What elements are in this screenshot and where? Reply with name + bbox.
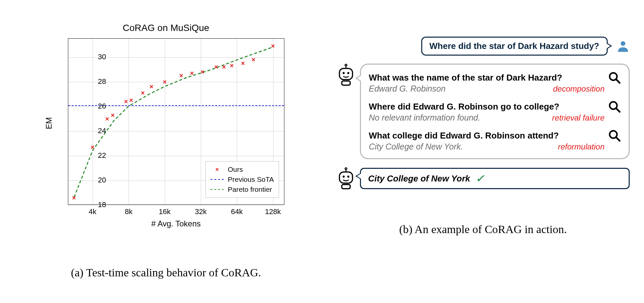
step-tag: decomposition: [553, 84, 621, 94]
svg-rect-3: [339, 68, 352, 80]
y-tick: 24: [78, 127, 110, 135]
data-point: ×: [251, 56, 255, 63]
reasoning-step: What was the name of the star of Dark Ha…: [369, 71, 621, 94]
robot-icon: [337, 64, 355, 86]
svg-rect-18: [342, 184, 350, 189]
svg-point-17: [347, 175, 349, 177]
svg-line-12: [616, 137, 619, 141]
data-point: ×: [129, 97, 133, 104]
svg-point-4: [342, 72, 344, 74]
data-point: ×: [241, 60, 245, 67]
chart-container: CoRAG on MuSiQue EM ×××××××××××××××××× ×…: [36, 27, 296, 233]
svg-point-0: [621, 41, 625, 46]
reasoning-row: What was the name of the star of Dark Ha…: [337, 64, 630, 159]
y-axis-label: EM: [44, 117, 54, 129]
step-answer: City College of New York.: [369, 142, 463, 152]
answer-row: City College of New York ✓: [337, 167, 630, 190]
y-tick: 22: [78, 151, 110, 160]
data-point: ×: [222, 64, 226, 71]
data-point: ×: [179, 73, 183, 79]
robot-icon: [337, 167, 355, 190]
step-tag: reformulation: [558, 142, 620, 152]
svg-line-8: [616, 79, 619, 83]
legend: ×Ours Previous SoTA Pareto frontier: [205, 161, 279, 198]
caption-b: (b) An example of CoRAG in action.: [399, 223, 567, 236]
data-point: ×: [124, 98, 128, 105]
data-point: ×: [200, 69, 204, 75]
data-point: ×: [214, 64, 218, 71]
data-point: ×: [150, 84, 154, 90]
y-tick: 18: [78, 200, 110, 209]
y-tick: 30: [78, 53, 110, 61]
answer-bubble: City College of New York ✓: [360, 168, 630, 189]
check-icon: ✓: [476, 172, 484, 185]
user-icon: [616, 40, 630, 53]
step-question: Where did Edward G. Robinson go to colle…: [369, 100, 621, 113]
svg-rect-6: [342, 81, 350, 85]
example-container: Where did the star of Dark Hazard study?…: [337, 37, 630, 190]
x-tick: 16k: [159, 207, 170, 216]
x-tick: 8k: [125, 207, 133, 216]
x-tick: 32k: [195, 207, 206, 216]
search-icon: [608, 100, 621, 113]
reasoning-step: Where did Edward G. Robinson go to colle…: [369, 100, 621, 123]
data-point: ×: [111, 112, 115, 119]
data-point: ×: [141, 90, 145, 96]
user-question-bubble: Where did the star of Dark Hazard study?: [421, 37, 608, 56]
data-point: ×: [91, 144, 95, 151]
svg-point-1: [345, 64, 347, 66]
svg-point-16: [342, 175, 344, 177]
reasoning-step: What college did Edward G. Robinson atte…: [369, 129, 621, 152]
step-answer: Edward G. Robinson: [369, 84, 446, 94]
svg-rect-15: [339, 172, 352, 183]
legend-item-pareto: Pareto frontier: [210, 184, 274, 194]
reasoning-bubble: What was the name of the star of Dark Ha…: [360, 64, 630, 159]
y-tick: 20: [78, 176, 110, 184]
step-question: What college did Edward G. Robinson atte…: [369, 129, 621, 142]
data-point: ×: [230, 63, 234, 69]
panel-a: CoRAG on MuSiQue EM ×××××××××××××××××× ×…: [10, 13, 322, 290]
x-axis-label: # Avg. Tokens: [151, 219, 201, 228]
y-tick: 26: [78, 102, 110, 111]
data-point: ×: [72, 194, 76, 201]
svg-point-13: [345, 168, 347, 170]
y-tick: 28: [78, 77, 110, 86]
svg-line-10: [616, 108, 619, 112]
svg-point-5: [347, 72, 349, 74]
data-point: ×: [163, 79, 167, 85]
data-point: ×: [105, 116, 109, 122]
user-question-row: Where did the star of Dark Hazard study?: [337, 37, 630, 56]
x-tick: 128k: [265, 207, 281, 216]
step-tag: retrieval failure: [552, 113, 620, 123]
step-question: What was the name of the star of Dark Ha…: [369, 71, 621, 84]
chart-title: CoRAG on MuSiQue: [123, 23, 209, 33]
legend-item-sota: Previous SoTA: [210, 174, 274, 184]
data-point: ×: [190, 70, 194, 77]
caption-a: (a) Test-time scaling behavior of CoRAG.: [71, 266, 261, 279]
data-point: ×: [271, 43, 275, 50]
panel-b: Where did the star of Dark Hazard study?…: [322, 13, 634, 290]
x-tick: 64k: [231, 207, 243, 216]
search-icon: [608, 71, 621, 84]
legend-item-ours: ×Ours: [210, 164, 274, 174]
step-answer: No relevant information found.: [369, 113, 481, 123]
search-icon: [608, 129, 621, 142]
